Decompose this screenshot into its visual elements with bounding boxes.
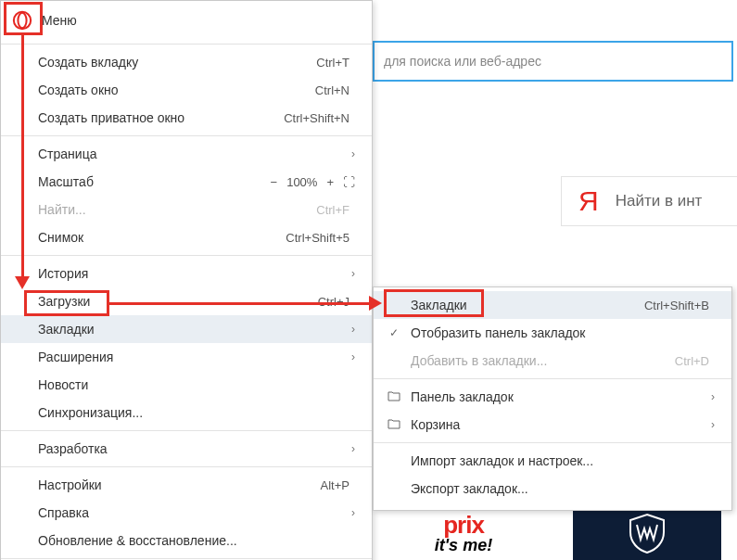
menu-item-shortcut: Alt+P (321, 478, 349, 492)
menu-item-label: Масштаб (38, 174, 271, 189)
svg-point-0 (14, 12, 31, 29)
menu-item-label: Создать окно (38, 83, 315, 97)
menu-item-label: Синхронизация... (38, 405, 355, 420)
menu-title: Меню (42, 13, 77, 28)
address-bar[interactable]: для поиска или веб-адрес (373, 41, 733, 82)
menu-item-new-window[interactable]: Создать окно Ctrl+N (1, 76, 372, 104)
submenu-item-trash[interactable]: Корзина › (374, 411, 731, 439)
chevron-right-icon: › (344, 506, 355, 519)
opera-logo-icon (12, 10, 32, 31)
menu-item-shortcut: Ctrl+Shift+N (284, 111, 349, 125)
folder-icon (387, 389, 401, 404)
menu-item-shortcut: Ctrl+Shift+5 (286, 231, 349, 245)
separator (1, 430, 372, 431)
chevron-right-icon: › (344, 267, 355, 280)
menu-item-shortcut: Ctrl+Shift+B (644, 299, 709, 312)
menu-item-label: Страница (38, 146, 344, 161)
separator (1, 44, 372, 45)
chevron-right-icon: › (704, 390, 715, 403)
separator (1, 255, 372, 256)
menu-item-label: Обновление & восстановление... (38, 533, 355, 548)
chevron-right-icon: › (344, 323, 355, 336)
menu-item-label: Экспорт закладок... (411, 481, 715, 496)
menu-item-label: Создать приватное окно (38, 110, 284, 125)
submenu-item-import[interactable]: Импорт закладок и настроек... (374, 447, 731, 475)
menu-item-extensions[interactable]: Расширения › (1, 343, 372, 371)
menu-item-find: Найти... Ctrl+F (1, 196, 372, 223)
separator (374, 442, 731, 443)
menu-item-label: Разработка (38, 441, 344, 456)
submenu-item-show-bar[interactable]: ✓ Отобразить панель закладок (374, 319, 731, 347)
menu-item-label: Создать вкладку (38, 55, 316, 70)
menu-item-dev[interactable]: Разработка › (1, 435, 372, 463)
menu-item-help[interactable]: Справка › (1, 499, 372, 527)
menu-item-snapshot[interactable]: Снимок Ctrl+Shift+5 (1, 223, 372, 251)
menu-item-settings[interactable]: Настройки Alt+P (1, 471, 372, 499)
menu-item-label: Найти... (38, 202, 316, 217)
check-icon: ✓ (387, 326, 401, 339)
menu-item-shortcut: Ctrl+D (675, 354, 709, 368)
separator (1, 558, 372, 559)
zoom-out-button[interactable]: − (271, 175, 278, 189)
zoom-in-button[interactable]: + (326, 175, 334, 189)
menu-item-label: Корзина (411, 417, 704, 432)
prix-slogan-text: it's me! (435, 536, 492, 555)
menu-item-label: Расширения (38, 350, 344, 364)
bookmarks-submenu: Закладки Ctrl+Shift+B ✓ Отобразить панел… (373, 286, 732, 511)
submenu-item-export[interactable]: Экспорт закладок... (374, 475, 731, 503)
menu-item-label: Справка (38, 505, 344, 520)
menu-item-label: Настройки (38, 477, 321, 492)
separator (374, 378, 731, 379)
menu-item-new-private[interactable]: Создать приватное окно Ctrl+Shift+N (1, 104, 372, 132)
menu-item-update[interactable]: Обновление & восстановление... (1, 527, 372, 554)
fullscreen-icon[interactable]: ⛶ (343, 175, 355, 189)
menu-item-new-tab[interactable]: Создать вкладку Ctrl+T (1, 48, 372, 76)
menu-item-shortcut: Ctrl+T (316, 56, 349, 70)
chevron-right-icon: › (344, 442, 355, 455)
address-bar-placeholder: для поиска или веб-адрес (384, 54, 541, 69)
menu-item-label: Отобразить панель закладок (411, 325, 715, 340)
menu-item-label: Импорт закладок и настроек... (411, 453, 715, 468)
submenu-item-add: Добавить в закладки... Ctrl+D (374, 347, 731, 375)
submenu-item-bookmarks[interactable]: Закладки Ctrl+Shift+B (374, 291, 731, 319)
search-widget[interactable]: Я Найти в инт (561, 176, 737, 226)
search-placeholder: Найти в инт (616, 192, 703, 210)
menu-item-label: Новости (38, 377, 355, 392)
separator (1, 466, 372, 467)
menu-item-downloads[interactable]: Загрузки Ctrl+J (1, 287, 372, 315)
menu-item-label: Закладки (38, 322, 344, 337)
menu-item-label: Загрузки (38, 294, 318, 309)
menu-item-page[interactable]: Страница › (1, 140, 372, 168)
svg-point-1 (18, 13, 26, 29)
menu-header[interactable]: Меню (1, 1, 372, 40)
chevron-right-icon: › (704, 418, 715, 431)
menu-item-label: Закладки (411, 298, 644, 312)
wargaming-logo-icon (626, 512, 668, 554)
menu-item-sync[interactable]: Синхронизация... (1, 399, 372, 426)
menu-item-zoom[interactable]: Масштаб − 100% + ⛶ (1, 168, 372, 196)
submenu-item-panel[interactable]: Панель закладок › (374, 383, 731, 411)
separator (1, 135, 372, 136)
zoom-value: 100% (286, 175, 317, 189)
menu-item-news[interactable]: Новости (1, 371, 372, 399)
chevron-right-icon: › (344, 147, 355, 160)
menu-item-bookmarks[interactable]: Закладки › (1, 315, 372, 343)
menu-item-shortcut: Ctrl+F (316, 203, 349, 217)
menu-item-label: История (38, 266, 344, 281)
yandex-logo-icon: Я (578, 185, 599, 217)
menu-item-label: Добавить в закладки... (411, 353, 675, 368)
folder-icon (387, 417, 401, 432)
menu-item-history[interactable]: История › (1, 260, 372, 287)
main-menu: Меню Создать вкладку Ctrl+T Создать окно… (0, 0, 373, 560)
menu-item-label: Панель закладок (411, 389, 704, 404)
menu-item-label: Снимок (38, 230, 286, 245)
menu-item-shortcut: Ctrl+N (315, 83, 349, 97)
chevron-right-icon: › (344, 350, 355, 363)
menu-item-shortcut: Ctrl+J (318, 295, 349, 309)
